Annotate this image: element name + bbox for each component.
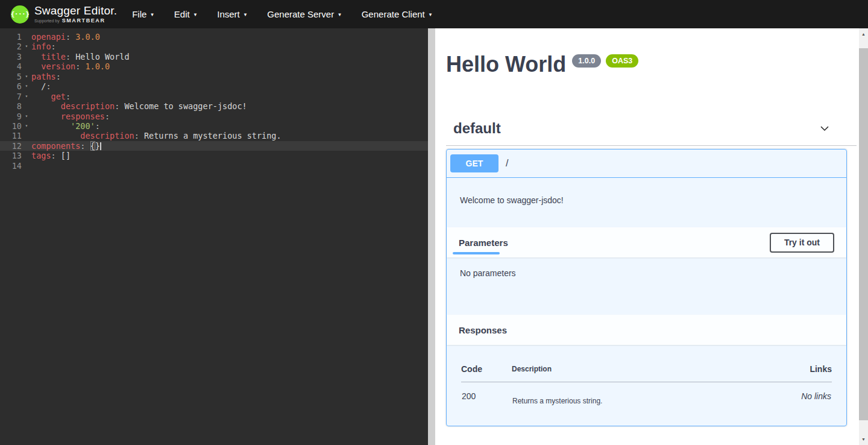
- swagger-editor-logo[interactable]: {···} Swagger Editor. Supported by SMART…: [11, 5, 117, 24]
- fold-marker-icon[interactable]: ▾: [22, 72, 31, 81]
- editor-line-7[interactable]: 7▾ get:: [0, 92, 428, 101]
- responses-header: Responses: [447, 315, 846, 345]
- code-text: version: 1.0.0: [31, 62, 428, 71]
- code-text: /:: [31, 81, 428, 91]
- opblock-get-root: GET / Welcome to swagger-jsdoc! Paramete…: [446, 149, 847, 426]
- menu-label: Generate Server: [267, 9, 334, 19]
- fold-gutter: [22, 62, 31, 71]
- line-number: 8: [0, 101, 22, 111]
- line-number: 14: [0, 161, 22, 171]
- editor-line-11[interactable]: 11 description: Returns a mysterious str…: [0, 131, 428, 140]
- editor-line-9[interactable]: 9▾ responses:: [0, 112, 428, 121]
- tag-section-default[interactable]: default: [446, 120, 857, 146]
- line-number: 2: [0, 42, 22, 51]
- editor-line-4[interactable]: 4 version: 1.0.0: [0, 62, 428, 71]
- code-text: get:: [31, 92, 428, 101]
- version-badge: 1.0.0: [572, 54, 601, 68]
- api-info-section: Hello World 1.0.0 OAS3: [446, 53, 857, 76]
- fold-marker-icon[interactable]: ▾: [22, 42, 31, 51]
- parameters-body: No parameters: [447, 257, 846, 315]
- brand-subtitle: Supported by SMARTBEAR: [34, 17, 117, 24]
- editor-line-2[interactable]: 2▾info:: [0, 42, 428, 51]
- code-text: [31, 161, 428, 171]
- line-number: 7: [0, 92, 22, 101]
- tab-parameters[interactable]: Parameters: [459, 238, 508, 248]
- tag-title: default: [453, 120, 501, 137]
- line-number: 13: [0, 151, 22, 160]
- responses-body: Code Description Links 200 Returns a mys…: [447, 345, 846, 426]
- line-number: 4: [0, 62, 22, 71]
- caret-down-icon: ▾: [244, 12, 247, 17]
- swagger-preview-pane: Hello World 1.0.0 OAS3 default GET / Wel…: [435, 28, 868, 445]
- method-get-badge: GET: [450, 154, 498, 172]
- response-links: No links: [750, 382, 832, 406]
- responses-table: Code Description Links 200 Returns a mys…: [461, 356, 832, 406]
- line-number: 5: [0, 72, 22, 81]
- scrollbar-thumb[interactable]: [859, 48, 868, 420]
- column-header-links: Links: [750, 356, 832, 382]
- line-number: 10: [0, 121, 22, 131]
- opblock-summary[interactable]: GET /: [447, 150, 846, 178]
- menu-label: Insert: [217, 9, 240, 19]
- column-header-description: Description: [512, 356, 750, 382]
- fold-marker-icon[interactable]: ▾: [22, 112, 31, 121]
- fold-marker-icon[interactable]: ▾: [22, 81, 31, 91]
- caret-down-icon: ▾: [151, 12, 154, 17]
- pane-splitter[interactable]: [428, 28, 435, 445]
- fold-gutter: [22, 131, 31, 140]
- fold-gutter: [22, 101, 31, 111]
- editor-line-10[interactable]: 10▾ '200':: [0, 121, 428, 131]
- editor-line-12[interactable]: 12components: {}: [0, 141, 428, 151]
- editor-line-13[interactable]: 13tags: []: [0, 151, 428, 160]
- main-split: 1openapi: 3.0.02▾info:3 title: Hello Wor…: [0, 28, 868, 445]
- caret-down-icon: ▾: [338, 12, 341, 17]
- scrollbar-down-arrow-icon[interactable]: ▼: [859, 435, 868, 444]
- code-text: openapi: 3.0.0: [31, 32, 428, 42]
- caret-down-icon: ▾: [429, 12, 432, 17]
- api-title: Hello World: [446, 53, 566, 76]
- editor-line-5[interactable]: 5▾paths:: [0, 72, 428, 81]
- column-header-code: Code: [461, 356, 512, 382]
- editor-line-3[interactable]: 3 title: Hello World: [0, 52, 428, 62]
- line-number: 9: [0, 112, 22, 121]
- menu-label: Edit: [174, 9, 190, 19]
- line-number: 1: [0, 32, 22, 42]
- code-text: paths:: [31, 72, 428, 81]
- menu-file[interactable]: File▾: [122, 0, 164, 28]
- scrollbar[interactable]: ▲ ▼: [859, 28, 868, 445]
- code-text: tags: []: [31, 151, 428, 160]
- fold-marker-icon[interactable]: ▾: [22, 92, 31, 101]
- smartbear-label: SMARTBEAR: [62, 17, 105, 24]
- editor-line-8[interactable]: 8 description: Welcome to swagger-jsdoc!: [0, 101, 428, 111]
- brand-title: Swagger Editor.: [34, 5, 117, 17]
- code-text: info:: [31, 42, 428, 51]
- menu-generate-server[interactable]: Generate Server▾: [257, 0, 351, 28]
- menu-insert[interactable]: Insert▾: [207, 0, 257, 28]
- line-number: 12: [0, 141, 22, 151]
- operation-description: Welcome to swagger-jsdoc!: [447, 178, 846, 227]
- text-cursor: [100, 142, 101, 150]
- yaml-editor[interactable]: 1openapi: 3.0.02▾info:3 title: Hello Wor…: [0, 28, 428, 445]
- fold-marker-icon[interactable]: ▾: [22, 121, 31, 131]
- menu-label: File: [132, 9, 146, 19]
- code-text: description: Welcome to swagger-jsdoc!: [31, 101, 428, 111]
- try-it-out-button[interactable]: Try it out: [770, 233, 834, 253]
- brand-block: Swagger Editor. Supported by SMARTBEAR: [34, 5, 117, 24]
- line-number: 11: [0, 131, 22, 140]
- scrollbar-up-arrow-icon[interactable]: ▲: [859, 30, 868, 39]
- fold-gutter: [22, 141, 31, 151]
- editor-line-1[interactable]: 1openapi: 3.0.0: [0, 32, 428, 42]
- menu-edit[interactable]: Edit▾: [164, 0, 207, 28]
- swagger-braces-icon: {···}: [11, 5, 29, 24]
- line-number: 3: [0, 52, 22, 62]
- api-badges: 1.0.0 OAS3: [572, 54, 638, 68]
- fold-gutter: [22, 52, 31, 62]
- chevron-down-icon[interactable]: [819, 122, 831, 134]
- fold-gutter: [22, 161, 31, 171]
- editor-line-14[interactable]: 14: [0, 161, 428, 171]
- editor-line-6[interactable]: 6▾ /:: [0, 81, 428, 91]
- menu-generate-client[interactable]: Generate Client▾: [351, 0, 442, 28]
- code-text: responses:: [31, 112, 428, 121]
- code-text: components: {}: [31, 141, 428, 151]
- menu-label: Generate Client: [362, 9, 425, 19]
